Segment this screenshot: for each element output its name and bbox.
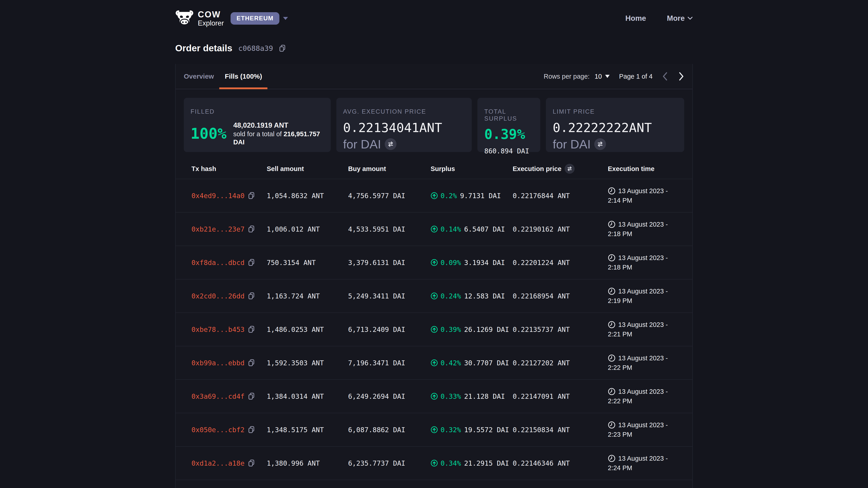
main-nav: Home More <box>625 14 693 23</box>
tx-hash-link[interactable]: 0xb99a...ebbd <box>191 359 245 367</box>
clock-icon <box>608 187 616 195</box>
execution-time-cell: 13 August 2023 - 2:21 PM <box>608 320 677 339</box>
execution-time-text: 13 August 2023 - 2:22 PM <box>608 355 668 371</box>
column-header-buy-amount: Buy amount <box>348 165 431 173</box>
copy-tx-hash-button[interactable] <box>248 393 254 400</box>
buy-amount-cell: 6,087.8862 DAI <box>348 426 431 434</box>
cow-explorer-logo[interactable]: COW Explorer <box>175 10 224 27</box>
fill-row: 0x2cd0...26dd 1,163.724 ANT 5,249.3411 D… <box>176 280 692 313</box>
execution-time-text: 13 August 2023 - 2:24 PM <box>608 455 668 471</box>
nav-home-link[interactable]: Home <box>625 14 646 23</box>
filled-card: FILLED 100% 48,020.1919 ANT sold for a t… <box>184 98 331 152</box>
clock-icon <box>608 321 616 328</box>
order-panel: Overview Fills (100%) Rows per page: 10 … <box>175 64 693 488</box>
tx-hash-link[interactable]: 0x3a69...cd4f <box>191 392 245 400</box>
column-header-sell-amount: Sell amount <box>267 165 348 173</box>
copy-icon <box>248 192 254 199</box>
tx-hash-cell: 0xb99a...ebbd <box>191 359 267 367</box>
arrow-up-circle-icon <box>431 393 438 400</box>
column-header-execution-price: Execution price <box>513 164 608 174</box>
next-page-button[interactable] <box>678 72 684 81</box>
limit-price-quote: for DAI <box>553 137 591 151</box>
execution-time-text: 13 August 2023 - 2:23 PM <box>608 421 668 438</box>
sell-amount-cell: 1,592.3503 ANT <box>267 359 348 367</box>
tx-hash-link[interactable]: 0xf8da...dbcd <box>191 259 245 267</box>
brand-name: COW <box>198 10 224 19</box>
column-header-surplus: Surplus <box>431 165 513 173</box>
surplus-amount: 19.5572 DAI <box>464 426 509 434</box>
copy-icon <box>248 292 254 300</box>
tx-hash-cell: 0x3a69...cd4f <box>191 392 267 400</box>
buy-amount-cell: 7,196.3471 DAI <box>348 359 431 367</box>
previous-page-button[interactable] <box>662 72 668 81</box>
column-header-execution-time: Execution time <box>608 165 677 173</box>
surplus-percent: 0.39% <box>440 326 461 333</box>
rows-per-page-label: Rows per page: <box>544 73 590 80</box>
copy-tx-hash-button[interactable] <box>248 326 254 333</box>
nav-more-menu[interactable]: More <box>667 14 693 23</box>
surplus-percent: 0.42% <box>440 359 461 367</box>
tx-hash-link[interactable]: 0x4ed9...14a0 <box>191 192 245 200</box>
execution-price-cell: 0.22190162 ANT <box>513 225 608 233</box>
copy-tx-hash-button[interactable] <box>248 259 254 266</box>
copy-tx-hash-button[interactable] <box>248 225 254 233</box>
tab-fills[interactable]: Fills (100%) <box>219 64 268 89</box>
limit-price-value: 0.22222222ANT <box>553 120 677 135</box>
surplus-cell: 0.09% 3.1934 DAI <box>431 259 513 267</box>
sell-amount-cell: 1,054.8632 ANT <box>267 192 348 200</box>
buy-amount-cell: 4,533.5951 DAI <box>348 225 431 233</box>
app-header: COW Explorer ETHEREUM Home More <box>0 0 868 29</box>
surplus-amount: 12.583 DAI <box>464 292 505 300</box>
fill-row: 0xd1a2...a18e 1,380.996 ANT 6,235.7737 D… <box>176 447 692 480</box>
invert-execution-price-button[interactable] <box>565 164 575 174</box>
copy-icon <box>248 393 254 400</box>
tx-hash-cell: 0xd1a2...a18e <box>191 459 267 467</box>
surplus-cell: 0.34% 21.2915 DAI <box>431 459 513 467</box>
copy-icon <box>279 45 286 52</box>
fill-row: 0x4ed9...14a0 1,054.8632 ANT 4,756.5977 … <box>176 179 692 213</box>
buy-amount-cell: 6,713.2409 DAI <box>348 326 431 333</box>
column-header-tx-hash: Tx hash <box>191 165 267 173</box>
tx-hash-link[interactable]: 0x050e...cbf2 <box>191 426 245 434</box>
copy-tx-hash-button[interactable] <box>248 459 254 467</box>
tab-overview[interactable]: Overview <box>184 64 219 89</box>
copy-order-id-button[interactable] <box>279 45 286 52</box>
surplus-cell: 0.14% 6.5407 DAI <box>431 225 513 233</box>
copy-tx-hash-button[interactable] <box>248 192 254 199</box>
execution-price-cell: 0.22168954 ANT <box>513 292 608 300</box>
fills-table-header: Tx hash Sell amount Buy amount Surplus E… <box>176 159 692 179</box>
arrow-up-circle-icon <box>431 359 438 366</box>
fills-table-body: 0x4ed9...14a0 1,054.8632 ANT 4,756.5977 … <box>176 179 692 480</box>
fill-row: 0xb99a...ebbd 1,592.3503 ANT 7,196.3471 … <box>176 346 692 380</box>
tx-hash-cell: 0xf8da...dbcd <box>191 259 267 267</box>
surplus-percent: 0.09% <box>440 259 461 267</box>
tx-hash-link[interactable]: 0x2cd0...26dd <box>191 292 245 300</box>
copy-icon <box>248 359 254 366</box>
arrow-up-circle-icon <box>431 426 438 433</box>
copy-tx-hash-button[interactable] <box>248 292 254 300</box>
arrow-up-circle-icon <box>431 225 438 233</box>
invert-price-button[interactable] <box>385 138 397 150</box>
total-surplus-card: TOTAL SURPLUS 0.39% 860.894 DAI <box>477 98 540 152</box>
buy-amount-cell: 5,249.3411 DAI <box>348 292 431 300</box>
page-info: Page 1 of 4 <box>619 73 653 80</box>
execution-price-cell: 0.22147091 ANT <box>513 392 608 400</box>
copy-tx-hash-button[interactable] <box>248 426 254 433</box>
copy-tx-hash-button[interactable] <box>248 359 254 366</box>
clock-icon <box>608 388 616 395</box>
surplus-amount: 6.5407 DAI <box>464 225 505 233</box>
tx-hash-link[interactable]: 0xb21e...23e7 <box>191 225 245 233</box>
execution-price-cell: 0.22146346 ANT <box>513 459 608 467</box>
invert-price-button[interactable] <box>594 138 606 150</box>
rows-per-page-value: 10 <box>594 73 602 80</box>
network-selector[interactable]: ETHEREUM <box>230 12 288 25</box>
rows-per-page-select[interactable]: 10 <box>594 73 610 80</box>
tx-hash-link[interactable]: 0xd1a2...a18e <box>191 459 245 467</box>
clock-icon <box>608 287 616 295</box>
sell-amount-cell: 1,348.5175 ANT <box>267 426 348 434</box>
tx-hash-link[interactable]: 0xbe78...b453 <box>191 326 245 333</box>
brand-wordmark: COW Explorer <box>198 10 224 27</box>
limit-price-card: LIMIT PRICE 0.22222222ANT for DAI <box>546 98 684 152</box>
buy-amount-cell: 6,249.2694 DAI <box>348 392 431 400</box>
sell-amount-cell: 1,486.0253 ANT <box>267 326 348 333</box>
